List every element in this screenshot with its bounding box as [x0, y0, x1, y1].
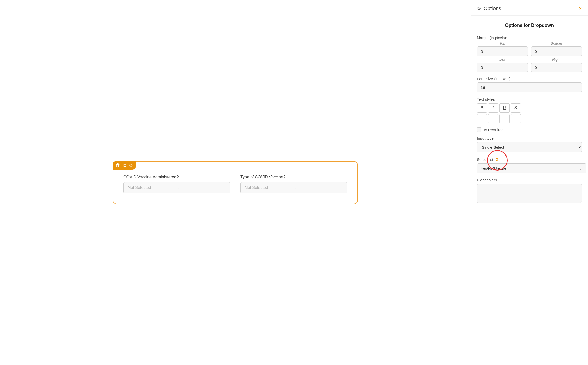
strikethrough-button[interactable]: S [511, 103, 521, 113]
margin-bottom-group: Bottom [531, 41, 582, 56]
panel-body: Options for Dropdown Margin (in pixels):… [471, 16, 588, 365]
field1-chevron-icon: ⌄ [177, 185, 226, 190]
align-left-button[interactable] [477, 114, 487, 123]
fields-row: COVID Vaccine Administered? Not Selected… [123, 175, 347, 193]
svg-rect-11 [504, 120, 507, 120]
underline-button[interactable]: U [499, 103, 510, 113]
align-center-button[interactable] [488, 114, 498, 123]
margin-left-right-grid: Left Right [477, 57, 582, 72]
svg-rect-10 [502, 119, 507, 119]
margin-bottom-label: Bottom [531, 41, 582, 45]
field1-dropdown[interactable]: Not Selected ⌄ [123, 182, 230, 193]
italic-button[interactable]: I [488, 103, 498, 113]
svg-rect-9 [504, 118, 507, 118]
svg-rect-12 [513, 117, 518, 117]
svg-rect-8 [502, 117, 507, 117]
field1-label: COVID Vaccine Administered? [123, 175, 230, 179]
margin-left-label: Left [477, 57, 528, 62]
input-type-select[interactable]: Single Select [477, 142, 582, 152]
margin-top-group: Top [477, 41, 528, 56]
placeholder-label: Placeholder [477, 178, 582, 182]
margin-top-bottom-grid: Top Bottom [477, 41, 582, 56]
svg-rect-3 [480, 120, 483, 120]
select-list-dropdown-wrap: Yes/No/Unsure ⌄ [477, 163, 582, 173]
margin-label: Margin (in pixels): [477, 35, 582, 40]
field1-placeholder: Not Selected [128, 185, 177, 190]
select-list-dropdown[interactable]: Yes/No/Unsure [477, 163, 586, 173]
select-list-gear-icon[interactable]: ⚙ [495, 157, 499, 162]
form-card: 🗑 ⧉ ⚙ COVID Vaccine Administered? Not Se… [113, 161, 358, 204]
svg-rect-2 [480, 119, 484, 119]
input-type-label: Input type [477, 136, 582, 140]
text-styles-label: Text styles [477, 97, 582, 101]
divider-1 [477, 31, 582, 31]
field-group-2: Type of COVID Vaccine? Not Selected ⌄ [240, 175, 347, 193]
placeholder-input[interactable] [477, 184, 582, 203]
panel-close-button[interactable]: × [579, 5, 582, 12]
margin-left-input[interactable] [477, 63, 528, 72]
select-list-row: Select list ⚙ [477, 157, 582, 162]
panel-header-title-group: ⚙ Options [477, 5, 501, 11]
svg-rect-5 [492, 118, 495, 118]
svg-rect-4 [491, 117, 496, 117]
field2-chevron-icon: ⌄ [294, 185, 343, 190]
required-row: Is Required [477, 127, 582, 132]
svg-rect-14 [513, 119, 518, 119]
margin-left-group: Left [477, 57, 528, 72]
copy-icon[interactable]: ⧉ [123, 163, 126, 168]
options-panel: ⚙ Options × Options for Dropdown Margin … [471, 0, 588, 365]
margin-top-label: Top [477, 41, 528, 45]
svg-rect-6 [491, 119, 496, 119]
margin-bottom-input[interactable] [531, 46, 582, 56]
panel-section-title: Options for Dropdown [477, 19, 582, 30]
required-checkbox[interactable] [477, 127, 481, 132]
font-size-label: Font Size (in pixels) [477, 77, 582, 81]
panel-header: ⚙ Options × [471, 0, 588, 16]
align-justify-button[interactable] [511, 114, 521, 123]
bold-button[interactable]: B [477, 103, 487, 113]
required-label: Is Required [484, 128, 504, 132]
settings-icon[interactable]: ⚙ [129, 163, 133, 168]
field2-placeholder: Not Selected [245, 185, 294, 190]
align-row [477, 114, 582, 123]
margin-top-input[interactable] [477, 46, 528, 56]
field2-dropdown[interactable]: Not Selected ⌄ [240, 182, 347, 193]
svg-rect-1 [480, 118, 483, 118]
margin-right-label: Right [531, 57, 582, 62]
delete-icon[interactable]: 🗑 [116, 163, 120, 168]
options-gear-icon: ⚙ [477, 5, 481, 11]
font-size-input[interactable] [477, 82, 582, 92]
panel-title: Options [484, 6, 501, 11]
svg-rect-7 [492, 120, 495, 120]
field2-label: Type of COVID Vaccine? [240, 175, 347, 179]
canvas-area: 🗑 ⧉ ⚙ COVID Vaccine Administered? Not Se… [0, 0, 471, 365]
field-group-1: COVID Vaccine Administered? Not Selected… [123, 175, 230, 193]
svg-rect-15 [513, 120, 518, 120]
select-list-label: Select list [477, 157, 493, 162]
svg-rect-0 [480, 117, 484, 117]
align-right-button[interactable] [499, 114, 510, 123]
margin-right-group: Right [531, 57, 582, 72]
card-toolbar: 🗑 ⧉ ⚙ [113, 161, 136, 170]
margin-right-input[interactable] [531, 63, 582, 72]
svg-rect-13 [513, 118, 518, 118]
text-style-buttons: B I U S [477, 103, 582, 113]
